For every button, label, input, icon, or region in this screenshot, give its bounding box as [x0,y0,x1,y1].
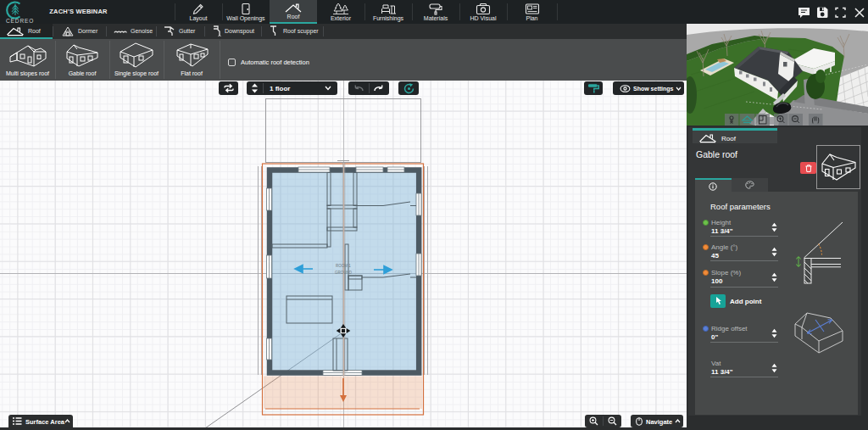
svg-text:GROUND: GROUND [335,271,353,275]
svg-text:ROOM 1: ROOM 1 [336,264,351,268]
